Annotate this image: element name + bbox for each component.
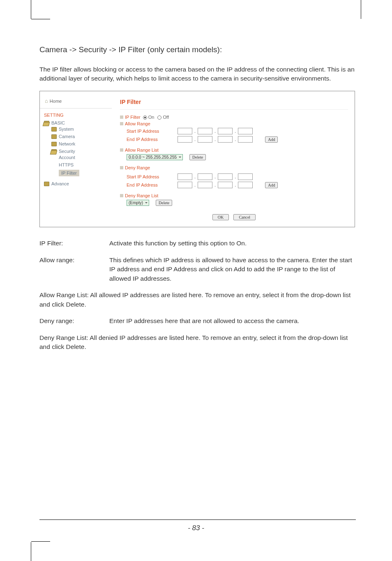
def-body-ipfilter: Activate this function by setting this o… xyxy=(109,239,355,248)
def-body-allow: This defines which IP address is allowed… xyxy=(109,256,355,283)
sidebar-item-ipfilter[interactable]: IP Filter xyxy=(59,170,112,176)
folder-closed-icon xyxy=(51,142,57,146)
deny-range-header: Deny Range xyxy=(120,165,150,170)
crop-mark xyxy=(24,0,31,19)
folder-open-icon xyxy=(51,149,57,154)
allow-start-ip[interactable]: ... xyxy=(178,128,253,134)
ui-screenshot: ⌂ Home SETTING BASIC System Camera Netwo… xyxy=(39,91,355,227)
allow-delete-button[interactable]: Delete xyxy=(189,154,206,160)
sidebar-item-basic[interactable]: BASIC xyxy=(44,120,112,125)
radio-on[interactable]: On xyxy=(143,115,154,120)
allow-range-header: Allow Range xyxy=(120,121,150,126)
crop-mark xyxy=(361,0,368,19)
deny-start-ip[interactable]: ... xyxy=(178,173,253,180)
crop-mark xyxy=(24,542,31,561)
end-ip-label: End IP Address xyxy=(120,137,178,142)
sidebar-item-account[interactable]: Account xyxy=(59,155,112,160)
home-icon: ⌂ xyxy=(45,98,48,104)
basic-label: BASIC xyxy=(51,120,65,125)
sidebar-item-security[interactable]: Security xyxy=(51,149,112,154)
sidebar-item-advance[interactable]: Advance xyxy=(44,181,112,186)
folder-closed-icon xyxy=(44,182,49,186)
allow-range-select[interactable]: 0.0.0.0 ~ 255.255.255.255 xyxy=(127,154,183,160)
panel-title: IP Filter xyxy=(120,95,348,110)
def-body-deny: Enter IP addresses here that are not all… xyxy=(109,316,355,326)
sidebar-item-system[interactable]: System xyxy=(51,127,112,132)
deny-delete-button[interactable]: Delete xyxy=(156,200,172,206)
page-title: Camera -> Security -> IP Filter (only ce… xyxy=(39,45,355,54)
def-term-allow: Allow range: xyxy=(39,256,109,283)
intro-paragraph: The IP filter allows blocking or access … xyxy=(39,65,355,83)
deny-add-button[interactable]: Add xyxy=(265,182,278,188)
allow-range-list-header: Allow Range List xyxy=(120,148,159,152)
deny-end-ip[interactable]: ... xyxy=(178,182,253,188)
cancel-button[interactable]: Cancel xyxy=(233,214,256,220)
deny-start-ip-label: Start IP Address xyxy=(120,174,178,179)
footer-rule xyxy=(39,519,356,520)
def-term-ipfilter: IP Filter: xyxy=(39,239,109,248)
def-term-deny: Deny range: xyxy=(39,316,109,326)
deny-end-ip-label: End IP Address xyxy=(120,182,178,187)
home-label: Home xyxy=(50,99,62,104)
folder-closed-icon xyxy=(51,127,57,132)
radio-off[interactable]: Off xyxy=(157,115,169,120)
sidebar-item-network[interactable]: Network xyxy=(51,141,112,146)
allow-add-button[interactable]: Add xyxy=(265,136,278,143)
deny-range-list-header: Deny Range List xyxy=(120,193,158,198)
start-ip-label: Start IP Address xyxy=(120,129,178,134)
sidebar-item-https[interactable]: HTTPS xyxy=(59,162,112,167)
folder-closed-icon xyxy=(51,134,57,139)
allow-end-ip[interactable]: ... xyxy=(178,136,253,143)
folder-open-icon xyxy=(44,121,49,125)
deny-range-select[interactable]: (Empty) xyxy=(127,200,149,206)
setting-header: SETTING xyxy=(40,109,112,119)
def-allow-range-list: Allow Range List: All allowed IP address… xyxy=(39,291,350,307)
home-link[interactable]: ⌂ Home xyxy=(40,95,112,109)
ok-button[interactable]: OK xyxy=(212,214,229,220)
ipfilter-toggle-label: IP Filter xyxy=(120,115,141,120)
def-deny-range-list: Deny Range List: All denied IP addresses… xyxy=(39,334,348,350)
sidebar-item-camera[interactable]: Camera xyxy=(51,134,112,139)
page-number: - 83 - xyxy=(0,524,392,532)
